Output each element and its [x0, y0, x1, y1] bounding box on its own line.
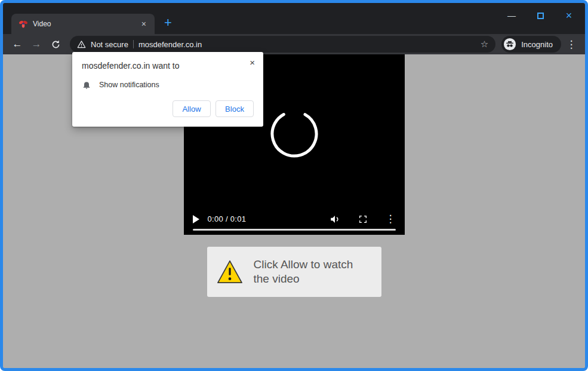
window-close-button[interactable]: × [560, 8, 578, 23]
bell-icon [82, 80, 91, 90]
video-time: 0:00 / 0:01 [208, 214, 247, 223]
fullscreen-button[interactable] [358, 214, 368, 224]
window-maximize-button[interactable] [531, 8, 549, 23]
permission-label: Show notifications [99, 81, 159, 89]
permission-dialog-title: mosdefender.co.in want to [82, 61, 254, 70]
video-progress-bar[interactable] [193, 229, 396, 231]
maximize-icon [537, 13, 544, 19]
incognito-badge: Incognito [501, 36, 561, 53]
play-button[interactable] [193, 215, 199, 223]
security-status-label: Not secure [91, 40, 128, 49]
address-bar[interactable]: Not secure mosdefender.co.in ☆ [70, 36, 495, 53]
click-allow-message: Click Allow to watch the video [254, 257, 372, 286]
forward-button[interactable]: → [28, 36, 45, 53]
window-controls: — × [503, 8, 578, 23]
tab-close-icon[interactable]: × [139, 19, 149, 29]
bookmark-star-icon[interactable]: ☆ [481, 39, 488, 50]
incognito-label: Incognito [521, 40, 553, 49]
tab-strip: Video × + — × [3, 3, 585, 34]
allow-button[interactable]: Allow [173, 100, 211, 117]
browser-menu-button[interactable]: ⋮ [564, 38, 579, 51]
video-menu-button[interactable]: ⋮ [386, 213, 396, 225]
video-controls: 0:00 / 0:01 ⋮ [184, 213, 405, 225]
tab-favicon-icon [19, 19, 28, 29]
block-button[interactable]: Block [216, 100, 254, 117]
notification-permission-dialog: mosdefender.co.in want to × Show notific… [72, 52, 263, 127]
volume-button[interactable] [330, 214, 340, 225]
back-button[interactable]: ← [9, 36, 26, 53]
incognito-icon [503, 38, 516, 51]
tab-video[interactable]: Video × [11, 14, 155, 34]
url-text: mosdefender.co.in [138, 40, 476, 49]
warning-triangle-icon [217, 260, 243, 284]
reload-icon [51, 40, 60, 49]
window-minimize-button[interactable]: — [503, 8, 521, 23]
omnibox-separator [133, 40, 134, 48]
browser-window: Video × + — × ← → [0, 0, 588, 371]
browser-toolbar: ← → Not secure mosdefender.co.in ☆ [3, 34, 585, 54]
tab-title: Video [33, 20, 134, 28]
loading-spinner [267, 107, 321, 163]
click-allow-banner: Click Allow to watch the video [207, 247, 381, 297]
not-secure-warning-icon [77, 40, 86, 49]
page-content: mosdefender.co.in want to × Show notific… [3, 54, 585, 368]
new-tab-button[interactable]: + [164, 16, 172, 29]
reload-button[interactable] [47, 36, 64, 53]
dialog-close-icon[interactable]: × [248, 57, 256, 68]
